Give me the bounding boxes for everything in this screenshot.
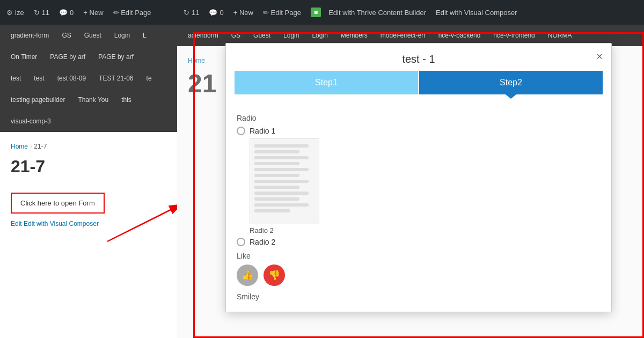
refresh-icon: ↻ (34, 9, 40, 17)
open-form-button[interactable]: Click here to open Form (11, 193, 105, 214)
comment-icon: 💬 (59, 9, 68, 17)
nav-gradient-form[interactable]: gradient-form (4, 25, 55, 46)
nav-gs[interactable]: GS (55, 25, 77, 46)
right-admin-bar: ↻ 11 💬 0 + New ✏ Edit Page ■ Edit with T… (177, 0, 644, 25)
right-edit-item[interactable]: ✏ Edit Page (261, 8, 303, 18)
visual-composer-edit-item[interactable]: Edit with Visual Composer (434, 8, 519, 18)
page-title: 21-7 (11, 157, 166, 177)
smiley-field-label: Smiley (237, 292, 601, 301)
nav-test-0809[interactable]: test 08-09 (51, 68, 92, 89)
nav-te[interactable]: te (140, 68, 158, 89)
thrive-edit-item[interactable]: Edit with Thrive Content Builder (326, 8, 428, 18)
radio1-label: Radio 1 (250, 127, 275, 135)
breadcrumb-separator: › (30, 144, 32, 150)
left-panel: ⚙ ize ↻ 11 💬 0 + New ✏ Edit Page gradien… (0, 0, 177, 338)
left-nav-row2: On Timer PAGE by arf PAGE by arf (0, 46, 177, 68)
step1-tab[interactable]: Step1 (235, 71, 418, 94)
radio2-option[interactable]: Radio 2 (237, 238, 601, 246)
edit-links: Edit Edit with Visual Composer (11, 220, 166, 227)
like-buttons-group: 👍 👎 (237, 264, 601, 286)
thumb-line-11 (254, 203, 309, 207)
thumb-line-6 (254, 174, 299, 177)
right-panel: ↻ 11 💬 0 + New ✏ Edit Page ■ Edit with T… (177, 0, 644, 338)
modal-body: Radio Radio 1 (226, 103, 611, 312)
right-refresh-icon: ↻ (184, 9, 189, 17)
breadcrumb-current: 21-7 (34, 143, 47, 150)
thumb-line-1 (254, 144, 309, 148)
nav-test-1[interactable]: test (4, 68, 27, 89)
edit-link[interactable]: Edit (11, 220, 22, 227)
modal-title: test - 1 (402, 53, 435, 65)
right-comment-item[interactable]: 💬 0 (207, 8, 225, 18)
radio2-circle (237, 238, 245, 246)
nav-testing-pagebuilder[interactable]: testing pagebuilder (4, 89, 71, 111)
nav-page-by-arf-1[interactable]: PAGE by arf (43, 46, 92, 68)
nav-guest[interactable]: Guest (78, 25, 108, 46)
right-refresh-item[interactable]: ↻ 11 (181, 8, 201, 18)
thumbs-up-button[interactable]: 👍 (237, 264, 258, 286)
comments-count-item[interactable]: ↻ 11 (32, 8, 52, 18)
radio1-circle (237, 127, 245, 135)
steps-bar: Step1 Step2 (235, 71, 603, 94)
thrive-indicator: ■ (311, 8, 321, 17)
left-admin-bar: ⚙ ize ↻ 11 💬 0 + New ✏ Edit Page (0, 0, 177, 25)
thumb-line-12 (254, 209, 290, 212)
customize-item[interactable]: ⚙ ize (4, 8, 26, 18)
radio-field-label: Radio (237, 114, 601, 122)
step2-tab[interactable]: Step2 (419, 71, 603, 94)
left-nav-row1: gradient-form GS Guest Login L (0, 25, 177, 46)
nav-thank-you[interactable]: Thank You (71, 89, 115, 111)
nav-l[interactable]: L (136, 25, 153, 46)
radio2-caption: Radio 2 (250, 226, 601, 234)
new-post-item[interactable]: + New (81, 8, 105, 18)
nav-test-2106[interactable]: TEST 21-06 (92, 68, 140, 89)
edit-page-item[interactable]: ✏ Edit Page (111, 8, 153, 18)
left-nav-row5: visual-comp-3 (0, 111, 177, 132)
nav-login[interactable]: Login (108, 25, 136, 46)
radio2-image-thumbnail (250, 138, 319, 224)
nav-test-2[interactable]: test (27, 68, 50, 89)
left-nav-row4: testing pagebuilder Thank You this (0, 89, 177, 111)
thumb-line-5 (254, 168, 309, 171)
thumb-line-8 (254, 186, 299, 189)
modal-close-button[interactable]: × (596, 51, 603, 62)
thumb-line-4 (254, 162, 299, 165)
thumb-line-2 (254, 150, 299, 153)
nav-page-by-arf-2[interactable]: PAGE by arf (92, 46, 140, 68)
nav-visual-comp[interactable]: visual-comp-3 (4, 111, 57, 132)
nav-this[interactable]: this (115, 89, 138, 111)
thumbnail-lines (250, 139, 319, 221)
modal-dialog: test - 1 × Step1 Step2 Radio Radio 1 (225, 43, 612, 312)
right-new-item[interactable]: + New (231, 8, 255, 18)
thumbs-down-button[interactable]: 👎 (264, 264, 285, 286)
like-field-label: Like (237, 252, 601, 260)
radio1-option[interactable]: Radio 1 (237, 127, 601, 135)
right-comment-icon: 💬 (209, 9, 217, 17)
modal-overlay: test - 1 × Step1 Step2 Radio Radio 1 (193, 32, 644, 338)
left-content-area: Home › 21-7 21-7 Click here to open Form… (0, 132, 177, 238)
left-nav-row3: test test test 08-09 TEST 21-06 te (0, 68, 177, 89)
like-section: Like 👍 👎 (237, 252, 601, 286)
thumb-line-7 (254, 180, 309, 183)
thumb-line-10 (254, 197, 299, 201)
customize-icon: ⚙ (6, 9, 13, 17)
edit-visual-composer-link[interactable]: Edit with Visual Composer (24, 220, 99, 227)
thumb-line-3 (254, 156, 309, 159)
radio2-label: Radio 2 (250, 238, 275, 246)
breadcrumb-home-link[interactable]: Home (11, 143, 28, 150)
modal-header: test - 1 × (226, 43, 611, 71)
thumb-line-9 (254, 192, 309, 195)
breadcrumb: Home › 21-7 (11, 143, 166, 150)
nav-on-timer[interactable]: On Timer (4, 46, 43, 68)
comment-item[interactable]: 💬 0 (57, 8, 76, 18)
